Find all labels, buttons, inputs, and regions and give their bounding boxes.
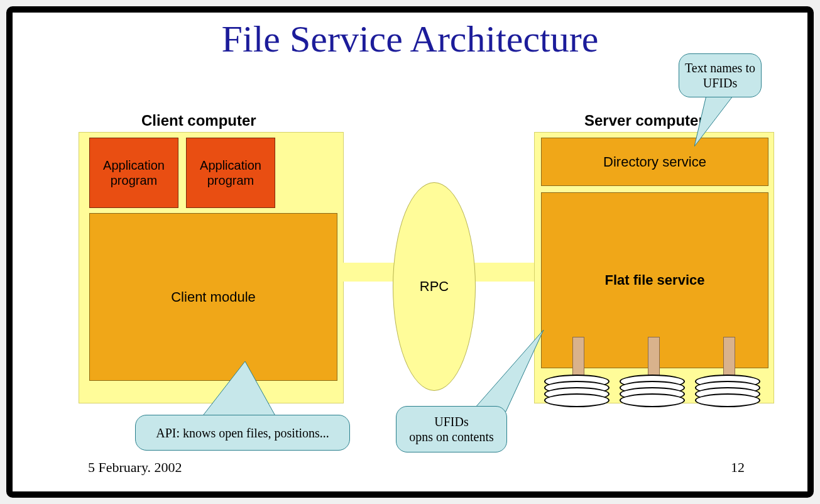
client-computer-label: Client computer: [141, 112, 256, 129]
application-program-2: Application program: [186, 138, 275, 208]
rpc-ellipse: RPC: [393, 182, 476, 391]
disk-spindle-icon: [723, 337, 735, 376]
disk-spindle-icon: [572, 337, 584, 376]
callout-tail-icon: [474, 330, 550, 412]
disk-icon: [695, 359, 764, 415]
disk-platter-icon: [544, 393, 610, 407]
application-program-1: Application program: [89, 138, 178, 208]
slide-frame: File Service Architecture Client compute…: [6, 6, 814, 498]
disk-icon: [620, 359, 689, 415]
callout-tail-icon: [201, 361, 289, 421]
disk-spindle-icon: [648, 337, 660, 376]
svg-marker-2: [694, 93, 735, 146]
server-box: Directory service Flat file service: [534, 132, 774, 403]
disk-icon: [544, 359, 613, 415]
svg-marker-1: [474, 330, 544, 412]
disk-platter-icon: [620, 393, 685, 407]
client-module-box: Client module: [89, 213, 337, 381]
footer-page: 12: [731, 459, 745, 476]
svg-marker-0: [201, 361, 276, 418]
callout-tail-icon: [694, 93, 745, 146]
callout-text-names: Text names to UFIDs: [679, 53, 762, 97]
callout-ufids: UFIDs opns on contents: [396, 406, 507, 452]
footer-date: 5 February. 2002: [88, 459, 182, 476]
callout-api: API: knows open files, positions...: [135, 415, 350, 451]
disk-platter-icon: [695, 393, 760, 407]
callout-ufids-text: UFIDs opns on contents: [409, 414, 493, 444]
server-computer-label: Server computer: [584, 112, 704, 129]
rpc-label: RPC: [420, 278, 449, 295]
